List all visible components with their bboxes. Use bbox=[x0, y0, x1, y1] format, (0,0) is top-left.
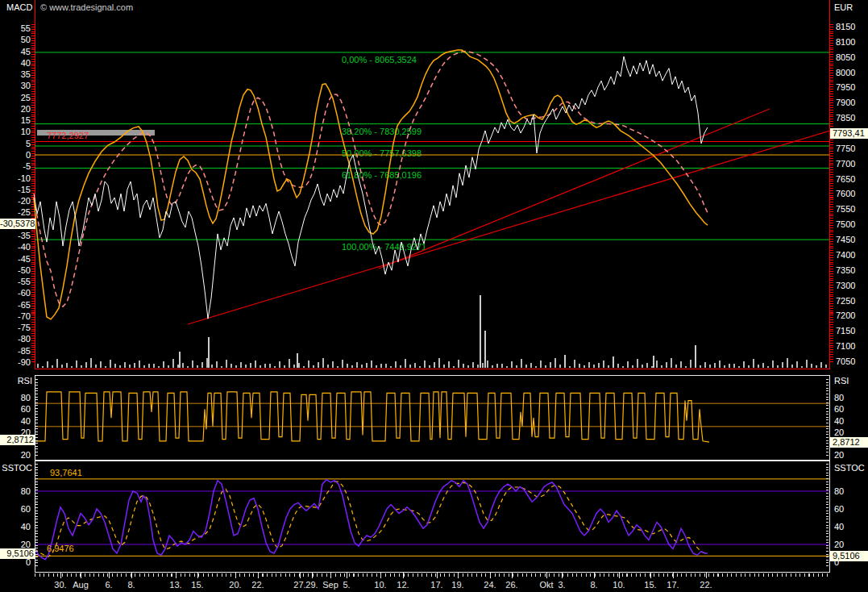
date-axis-major-tick bbox=[619, 573, 620, 578]
date-axis-label[interactable]: 30. bbox=[54, 580, 66, 590]
date-axis-major-tick bbox=[131, 573, 132, 578]
date-axis-label[interactable]: 5. bbox=[343, 580, 350, 590]
tradesignal-chart-window: MACD © www.tradesignal.com EUR 0,00% - 8… bbox=[0, 0, 868, 592]
date-axis-major-tick bbox=[673, 573, 674, 578]
date-axis-label[interactable]: 22. bbox=[700, 580, 712, 590]
sstoc-current-value-badge-right: 9,5106 bbox=[830, 551, 868, 561]
date-axis-label[interactable]: 29. bbox=[305, 580, 318, 590]
date-axis-major-tick bbox=[258, 573, 259, 578]
date-axis-label[interactable]: 19. bbox=[451, 580, 463, 590]
date-axis-major-tick bbox=[330, 573, 331, 578]
date-axis-label[interactable]: 15. bbox=[191, 580, 203, 590]
date-axis-major-tick bbox=[594, 573, 595, 578]
date-axis-label[interactable]: 27. bbox=[293, 580, 305, 590]
rsi-current-value-badge-right: 2,8712 bbox=[830, 437, 868, 448]
date-axis-label[interactable]: 17. bbox=[667, 580, 679, 590]
macd-current-value-badge: -30,5378 bbox=[0, 219, 35, 229]
date-axis-major-tick bbox=[437, 573, 438, 578]
sstoc-current-value-badge-left: 9,5106 bbox=[0, 548, 35, 559]
date-axis-major-tick bbox=[706, 573, 707, 578]
date-axis-major-tick bbox=[490, 573, 491, 578]
date-axis-layer[interactable]: 30.Aug6.8.13.15.20.22.27.29.Sep5.10.12.1… bbox=[0, 0, 868, 592]
date-axis-label[interactable]: 17. bbox=[430, 580, 442, 590]
date-axis-major-tick bbox=[300, 573, 301, 578]
date-axis-major-tick bbox=[197, 573, 198, 578]
date-axis-major-tick bbox=[81, 573, 81, 578]
date-axis-major-tick bbox=[458, 573, 459, 578]
date-axis-major-tick bbox=[60, 573, 61, 578]
date-axis-label[interactable]: 22. bbox=[251, 580, 264, 590]
price-current-value-badge: 7793,41 bbox=[830, 128, 868, 139]
date-axis-label[interactable]: Okt bbox=[539, 580, 553, 590]
date-axis-label[interactable]: 26. bbox=[505, 580, 517, 590]
date-axis-major-tick bbox=[347, 573, 347, 578]
date-axis-label[interactable]: 3. bbox=[558, 580, 565, 590]
date-axis-major-tick bbox=[403, 573, 404, 578]
rsi-current-value-badge-left: 2,8712 bbox=[0, 435, 35, 445]
date-axis-major-tick bbox=[650, 573, 651, 578]
date-axis-major-tick bbox=[546, 573, 547, 578]
date-axis-label[interactable]: 13. bbox=[169, 580, 181, 590]
date-axis-label[interactable]: Sep bbox=[322, 580, 338, 590]
date-axis-major-tick bbox=[512, 573, 513, 578]
date-axis-major-tick bbox=[380, 573, 381, 578]
date-axis-major-tick bbox=[235, 573, 236, 578]
date-axis-label[interactable]: 12. bbox=[397, 580, 409, 590]
date-axis-label[interactable]: Aug bbox=[73, 580, 89, 590]
date-axis-major-tick bbox=[109, 573, 110, 578]
date-axis-major-tick bbox=[312, 573, 313, 578]
date-axis-label[interactable]: 20. bbox=[229, 580, 241, 590]
date-axis-label[interactable]: 24. bbox=[484, 580, 496, 590]
date-axis-label[interactable]: 10. bbox=[613, 580, 625, 590]
date-axis-label[interactable]: 8. bbox=[590, 580, 597, 590]
date-axis-label[interactable]: 15. bbox=[644, 580, 656, 590]
date-axis-major-tick bbox=[562, 573, 563, 578]
date-axis-label[interactable]: 10. bbox=[374, 580, 386, 590]
date-axis-label[interactable]: 8. bbox=[127, 580, 135, 590]
date-axis-major-tick bbox=[176, 573, 177, 578]
date-axis-label[interactable]: 6. bbox=[105, 580, 112, 590]
